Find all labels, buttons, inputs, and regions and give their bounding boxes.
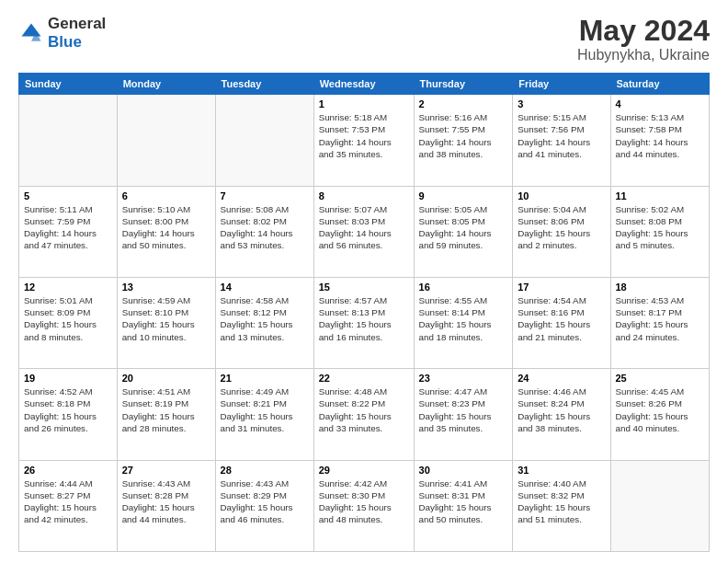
day-info: Sunrise: 4:45 AM Sunset: 8:26 PM Dayligh… (616, 385, 705, 434)
col-monday: Monday (117, 74, 215, 95)
day-number: 9 (419, 190, 508, 201)
table-row: 9Sunrise: 5:05 AM Sunset: 8:05 PM Daylig… (414, 186, 513, 277)
col-thursday: Thursday (414, 74, 513, 95)
day-info: Sunrise: 4:46 AM Sunset: 8:24 PM Dayligh… (518, 385, 605, 434)
table-row: 28Sunrise: 4:43 AM Sunset: 8:29 PM Dayli… (215, 460, 313, 551)
table-row: 14Sunrise: 4:58 AM Sunset: 8:12 PM Dayli… (215, 277, 313, 368)
table-row: 29Sunrise: 4:42 AM Sunset: 8:30 PM Dayli… (313, 460, 414, 551)
day-info: Sunrise: 4:54 AM Sunset: 8:16 PM Dayligh… (518, 294, 605, 343)
day-info: Sunrise: 5:05 AM Sunset: 8:05 PM Dayligh… (419, 203, 508, 252)
table-row: 15Sunrise: 4:57 AM Sunset: 8:13 PM Dayli… (313, 277, 414, 368)
table-row: 12Sunrise: 5:01 AM Sunset: 8:09 PM Dayli… (19, 277, 118, 368)
day-number: 22 (319, 373, 409, 384)
calendar-week-row: 26Sunrise: 4:44 AM Sunset: 8:27 PM Dayli… (19, 460, 710, 551)
day-number: 25 (616, 373, 705, 384)
day-number: 16 (419, 282, 508, 293)
day-info: Sunrise: 4:57 AM Sunset: 8:13 PM Dayligh… (319, 294, 409, 343)
day-number: 20 (122, 373, 210, 384)
calendar-week-row: 5Sunrise: 5:11 AM Sunset: 7:59 PM Daylig… (19, 186, 710, 277)
col-saturday: Saturday (610, 74, 710, 95)
day-info: Sunrise: 5:16 AM Sunset: 7:55 PM Dayligh… (419, 111, 508, 160)
day-info: Sunrise: 4:44 AM Sunset: 8:27 PM Dayligh… (24, 477, 112, 526)
day-info: Sunrise: 4:51 AM Sunset: 8:19 PM Dayligh… (122, 385, 210, 434)
day-number: 13 (122, 282, 210, 293)
day-info: Sunrise: 4:58 AM Sunset: 8:12 PM Dayligh… (221, 294, 309, 343)
day-number: 31 (518, 465, 605, 476)
day-number: 24 (518, 373, 605, 384)
day-number: 11 (616, 190, 705, 201)
logo-text: General Blue (48, 15, 106, 51)
day-number: 26 (24, 465, 112, 476)
day-info: Sunrise: 4:49 AM Sunset: 8:21 PM Dayligh… (221, 385, 309, 434)
table-row: 16Sunrise: 4:55 AM Sunset: 8:14 PM Dayli… (414, 277, 513, 368)
day-number: 6 (122, 190, 210, 201)
table-row: 1Sunrise: 5:18 AM Sunset: 7:53 PM Daylig… (313, 95, 414, 186)
day-number: 18 (616, 282, 705, 293)
day-number: 15 (319, 282, 409, 293)
day-number: 14 (221, 282, 309, 293)
day-info: Sunrise: 4:48 AM Sunset: 8:22 PM Dayligh… (319, 385, 409, 434)
table-row: 17Sunrise: 4:54 AM Sunset: 8:16 PM Dayli… (513, 277, 610, 368)
day-info: Sunrise: 5:11 AM Sunset: 7:59 PM Dayligh… (24, 203, 112, 252)
day-info: Sunrise: 4:53 AM Sunset: 8:17 PM Dayligh… (616, 294, 705, 343)
page: General Blue May 2024 Hubynykha, Ukraine… (0, 0, 728, 563)
table-row: 20Sunrise: 4:51 AM Sunset: 8:19 PM Dayli… (117, 369, 215, 460)
table-row (19, 95, 118, 186)
day-info: Sunrise: 4:55 AM Sunset: 8:14 PM Dayligh… (419, 294, 508, 343)
day-number: 8 (319, 190, 409, 201)
day-number: 7 (221, 190, 309, 201)
calendar-week-row: 19Sunrise: 4:52 AM Sunset: 8:18 PM Dayli… (19, 369, 710, 460)
main-title: May 2024 (577, 15, 710, 47)
day-number: 12 (24, 282, 112, 293)
table-row (215, 95, 313, 186)
day-number: 27 (122, 465, 210, 476)
logo-blue: Blue (48, 33, 106, 52)
table-row (117, 95, 215, 186)
col-friday: Friday (513, 74, 610, 95)
svg-marker-0 (22, 23, 41, 36)
day-info: Sunrise: 4:43 AM Sunset: 8:29 PM Dayligh… (221, 477, 309, 526)
day-info: Sunrise: 4:42 AM Sunset: 8:30 PM Dayligh… (319, 477, 409, 526)
table-row: 6Sunrise: 5:10 AM Sunset: 8:00 PM Daylig… (117, 186, 215, 277)
calendar-header-row: Sunday Monday Tuesday Wednesday Thursday… (19, 74, 710, 95)
table-row: 11Sunrise: 5:02 AM Sunset: 8:08 PM Dayli… (610, 186, 710, 277)
col-tuesday: Tuesday (215, 74, 313, 95)
table-row: 18Sunrise: 4:53 AM Sunset: 8:17 PM Dayli… (610, 277, 710, 368)
day-info: Sunrise: 5:18 AM Sunset: 7:53 PM Dayligh… (319, 111, 409, 160)
col-wednesday: Wednesday (313, 74, 414, 95)
day-info: Sunrise: 4:43 AM Sunset: 8:28 PM Dayligh… (122, 477, 210, 526)
table-row: 26Sunrise: 4:44 AM Sunset: 8:27 PM Dayli… (19, 460, 118, 551)
day-number: 10 (518, 190, 605, 201)
logo-icon (18, 20, 44, 46)
day-number: 30 (419, 465, 508, 476)
calendar-week-row: 1Sunrise: 5:18 AM Sunset: 7:53 PM Daylig… (19, 95, 710, 186)
table-row: 8Sunrise: 5:07 AM Sunset: 8:03 PM Daylig… (313, 186, 414, 277)
day-number: 2 (419, 98, 508, 109)
calendar-table: Sunday Monday Tuesday Wednesday Thursday… (18, 73, 710, 552)
day-info: Sunrise: 5:15 AM Sunset: 7:56 PM Dayligh… (518, 111, 605, 160)
day-number: 28 (221, 465, 309, 476)
header: General Blue May 2024 Hubynykha, Ukraine (18, 15, 710, 63)
table-row: 5Sunrise: 5:11 AM Sunset: 7:59 PM Daylig… (19, 186, 118, 277)
table-row: 25Sunrise: 4:45 AM Sunset: 8:26 PM Dayli… (610, 369, 710, 460)
table-row: 21Sunrise: 4:49 AM Sunset: 8:21 PM Dayli… (215, 369, 313, 460)
day-info: Sunrise: 5:01 AM Sunset: 8:09 PM Dayligh… (24, 294, 112, 343)
day-info: Sunrise: 5:13 AM Sunset: 7:58 PM Dayligh… (616, 111, 705, 160)
table-row: 24Sunrise: 4:46 AM Sunset: 8:24 PM Dayli… (513, 369, 610, 460)
day-number: 17 (518, 282, 605, 293)
day-number: 21 (221, 373, 309, 384)
table-row: 31Sunrise: 4:40 AM Sunset: 8:32 PM Dayli… (513, 460, 610, 551)
title-block: May 2024 Hubynykha, Ukraine (577, 15, 710, 63)
day-info: Sunrise: 5:07 AM Sunset: 8:03 PM Dayligh… (319, 203, 409, 252)
table-row: 7Sunrise: 5:08 AM Sunset: 8:02 PM Daylig… (215, 186, 313, 277)
day-number: 3 (518, 98, 605, 109)
table-row: 4Sunrise: 5:13 AM Sunset: 7:58 PM Daylig… (610, 95, 710, 186)
day-info: Sunrise: 5:10 AM Sunset: 8:00 PM Dayligh… (122, 203, 210, 252)
day-info: Sunrise: 4:52 AM Sunset: 8:18 PM Dayligh… (24, 385, 112, 434)
table-row: 30Sunrise: 4:41 AM Sunset: 8:31 PM Dayli… (414, 460, 513, 551)
day-info: Sunrise: 5:08 AM Sunset: 8:02 PM Dayligh… (221, 203, 309, 252)
day-number: 5 (24, 190, 112, 201)
day-info: Sunrise: 5:02 AM Sunset: 8:08 PM Dayligh… (616, 203, 705, 252)
table-row: 2Sunrise: 5:16 AM Sunset: 7:55 PM Daylig… (414, 95, 513, 186)
day-number: 1 (319, 98, 409, 109)
